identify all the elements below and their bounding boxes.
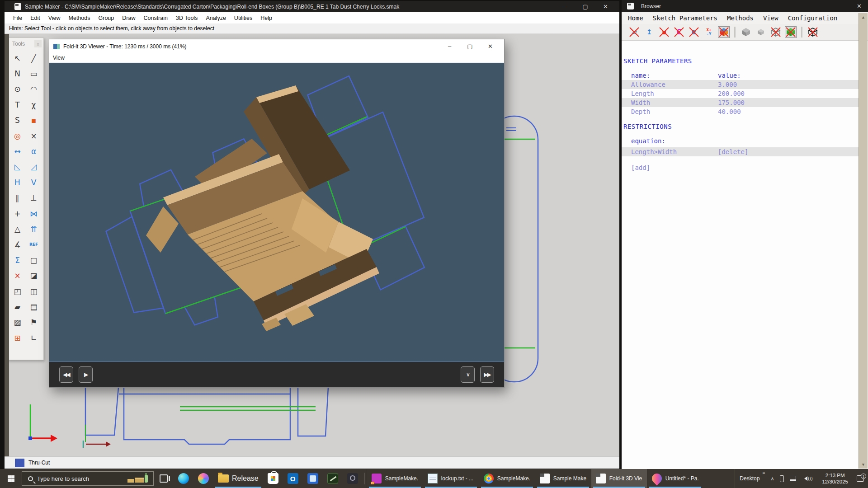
polyline-tool[interactable]: N: [10, 66, 25, 81]
mirror-tool[interactable]: ⋈: [27, 206, 41, 221]
copilot-icon[interactable]: [193, 469, 213, 488]
rectangle-tool[interactable]: ▭: [27, 66, 41, 81]
taskbar-clock[interactable]: 2:13 PM 12/30/2025: [817, 472, 853, 485]
store-icon[interactable]: [263, 469, 283, 488]
menu-item[interactable]: 3D Tools: [172, 13, 202, 23]
parameter-value[interactable]: 200.000: [718, 89, 745, 98]
arc-tool[interactable]: ◠: [27, 82, 41, 97]
restriction-equation[interactable]: Length>Width: [622, 147, 718, 156]
layer-color-swatch[interactable]: [15, 459, 24, 467]
xy-axes-icon[interactable]: X+-Y: [703, 26, 715, 38]
menu-item[interactable]: Methods: [65, 13, 94, 23]
taskbar-app-button[interactable]: SampleMake...: [367, 469, 423, 488]
taskbar-app-button[interactable]: Fold-it 3D Vie...: [591, 469, 647, 488]
select-tool[interactable]: ↖: [10, 51, 25, 66]
point-constraint-icon[interactable]: ▪: [658, 26, 670, 38]
triangle-constraint-tool[interactable]: △: [10, 221, 25, 237]
browser-menu-item[interactable]: Sketch Parameters: [653, 14, 717, 22]
phone-icon[interactable]: [780, 475, 784, 482]
browser-menu-item[interactable]: Methods: [727, 14, 754, 22]
brush-tool[interactable]: ▰: [10, 299, 25, 314]
parallel-constraint-tool[interactable]: ∥: [10, 191, 25, 206]
drawing-canvas[interactable]: Tools x ↖ ╱ N: [9, 34, 619, 456]
vertical-constraint-tool[interactable]: V: [27, 175, 41, 190]
taskbar-app-button[interactable]: lockup.txt - ...: [423, 469, 479, 488]
line-tool[interactable]: ╱: [27, 51, 41, 66]
task-view-button[interactable]: [154, 469, 174, 488]
skew-constraint-icon[interactable]: ▱: [628, 26, 640, 38]
tray-chevron-icon[interactable]: ∧: [770, 476, 774, 482]
viewer-maximize-button[interactable]: ▢: [460, 39, 480, 53]
layers-tool[interactable]: ▤: [27, 299, 41, 314]
speaker-icon[interactable]: ))): [802, 476, 813, 481]
wire-cube-icon[interactable]: [770, 26, 782, 38]
restriction-row[interactable]: Length>Width [delete]: [622, 147, 859, 156]
game-icon[interactable]: [323, 469, 343, 488]
colored-cube-icon[interactable]: [718, 26, 730, 38]
black-wire-cube-icon[interactable]: [807, 26, 819, 38]
down-button[interactable]: ∨: [461, 366, 475, 383]
parameter-value[interactable]: 175.000: [718, 98, 745, 107]
scroll-up-icon[interactable]: ▲: [859, 15, 868, 19]
parameter-name[interactable]: Depth: [622, 107, 718, 116]
up-arrow-constraint-icon[interactable]: ↥: [643, 26, 655, 38]
photos-icon[interactable]: [303, 469, 323, 488]
menu-item[interactable]: Utilities: [230, 13, 256, 23]
action-center-button[interactable]: 1: [853, 475, 868, 482]
horizontal-dim-tool[interactable]: ◺: [10, 160, 25, 175]
menu-item[interactable]: Help: [256, 13, 276, 23]
desktop-toolbar[interactable]: Desktop »: [735, 469, 766, 488]
outlook-icon[interactable]: [283, 469, 303, 488]
release-folder-button[interactable]: Release: [213, 469, 263, 488]
green-cube-icon[interactable]: [785, 26, 797, 38]
search-tool-icon[interactable]: [343, 469, 363, 488]
viewer-menu-item[interactable]: View: [53, 55, 71, 61]
viewer-close-button[interactable]: ✕: [480, 39, 500, 53]
menu-item[interactable]: Draw: [118, 13, 139, 23]
curve-tool[interactable]: χ: [27, 97, 41, 113]
delete-tool[interactable]: ×: [10, 268, 25, 283]
sum-dim-tool[interactable]: Σ: [10, 253, 25, 268]
menu-item[interactable]: Group: [94, 13, 118, 23]
fast-forward-button[interactable]: ▶▶: [480, 366, 494, 383]
length-dim-tool[interactable]: ↔: [10, 144, 25, 159]
fill-tool[interactable]: ▨: [10, 315, 25, 330]
spline-tool[interactable]: S: [10, 113, 25, 128]
menu-item[interactable]: File: [9, 13, 26, 23]
restriction-add-link[interactable]: [add]: [622, 163, 718, 172]
parameter-name[interactable]: Length: [622, 89, 718, 98]
cube-3d-tool[interactable]: ◰: [10, 284, 25, 299]
viewer-3d-viewport[interactable]: [49, 63, 504, 361]
parameter-row[interactable]: Width 175.000: [622, 98, 859, 107]
offset-tool[interactable]: ◎: [10, 128, 25, 144]
menu-item[interactable]: View: [44, 13, 65, 23]
parameter-value[interactable]: 40.000: [718, 107, 741, 116]
circle-constraint-icon[interactable]: C: [673, 26, 685, 38]
menu-item[interactable]: Edit: [26, 13, 44, 23]
parameter-row[interactable]: Depth 40.000: [622, 107, 859, 116]
parameter-name[interactable]: Allowance: [622, 80, 718, 89]
region-select-tool[interactable]: ▢: [27, 253, 41, 268]
menu-item[interactable]: Constrain: [139, 13, 172, 23]
minimize-button[interactable]: –: [555, 1, 575, 12]
close-button[interactable]: ✕: [595, 1, 616, 12]
horizontal-constraint-tool[interactable]: H: [10, 175, 25, 190]
erase-tool[interactable]: ◪: [27, 268, 41, 283]
intersect-tool[interactable]: ×: [27, 128, 41, 144]
viewer-titlebar[interactable]: Fold-it 3D Viewer - Time: 1230 ms / 3000…: [49, 39, 504, 53]
rewind-button[interactable]: ◀◀: [59, 366, 73, 383]
browser-menu-item[interactable]: View: [763, 14, 778, 22]
solid-cube-icon[interactable]: [740, 26, 752, 38]
flag-tool[interactable]: ⚑: [27, 315, 41, 330]
maximize-button[interactable]: ▢: [575, 1, 595, 12]
angle-dim-tool[interactable]: α: [27, 144, 41, 159]
move-node-tool[interactable]: +: [10, 206, 25, 221]
circle-tool[interactable]: ⊙: [10, 82, 25, 97]
copy-layout-tool[interactable]: ⊞: [10, 330, 25, 346]
parameter-value[interactable]: 3.000: [718, 80, 737, 89]
edge-icon[interactable]: [174, 469, 193, 488]
taskbar-app-button[interactable]: SampleMake...: [479, 469, 535, 488]
toolbar-chevron-icon[interactable]: »: [762, 470, 765, 475]
start-button[interactable]: [0, 469, 22, 488]
browser-titlebar[interactable]: Browser ✕: [622, 0, 868, 12]
